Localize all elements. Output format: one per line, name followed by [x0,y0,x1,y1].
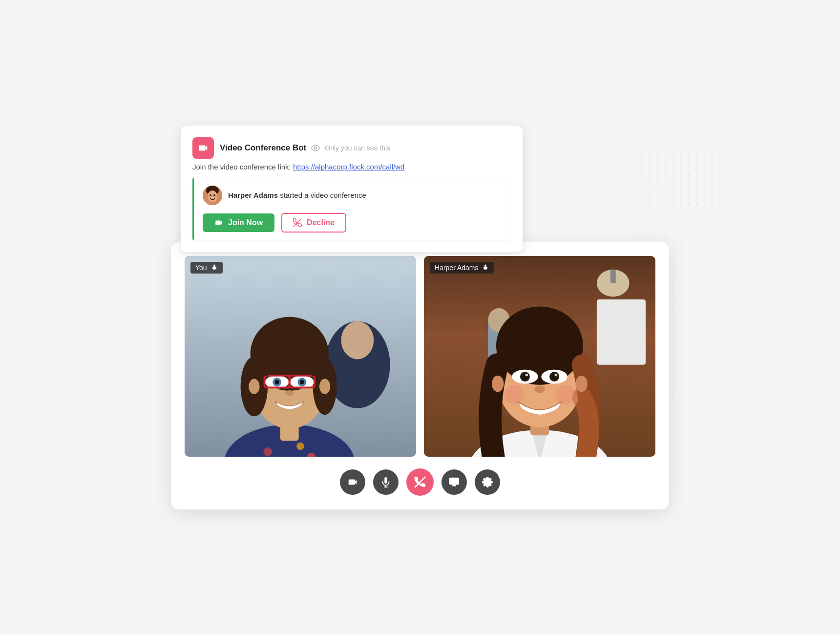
svg-point-33 [275,380,279,384]
invite-text: Harper Adams started a video conference [228,191,366,199]
screen-share-ctrl-icon [449,477,460,487]
camera-ctrl-icon [347,477,358,487]
svg-point-17 [296,442,304,450]
camera-button[interactable] [340,469,365,495]
svg-point-49 [492,375,504,391]
mic-label-icon [211,264,218,271]
svg-point-50 [575,375,587,391]
decline-button-label: Decline [307,218,335,227]
bot-title-row: Video Conference Bot Only you can see th… [220,143,390,153]
invite-action: started a video conference [280,191,366,199]
screen-share-button[interactable] [441,469,467,495]
settings-ctrl-icon [482,477,493,487]
you-label: You [190,262,223,274]
decline-button[interactable]: Decline [281,213,346,233]
decline-phone-icon [293,218,302,227]
eye-icon [311,144,320,152]
harper-label: Harper Adams [430,262,494,274]
bot-name: Video Conference Bot [220,143,306,153]
svg-point-48 [496,306,583,384]
control-bar [185,468,655,496]
video-panel: You [171,242,669,510]
mic-ctrl-icon [380,477,391,487]
avatar [203,186,222,205]
svg-rect-43 [597,299,646,365]
svg-rect-40 [610,269,616,283]
svg-point-34 [300,380,304,384]
join-now-button[interactable]: Join Now [203,213,274,232]
svg-point-24 [249,379,259,394]
svg-point-15 [263,447,272,456]
conference-link-row: Join the video conference link: https://… [192,163,509,171]
video-tile-you: You [185,256,416,457]
svg-point-5 [213,194,215,196]
settings-button[interactable] [475,469,500,495]
conference-link[interactable]: https://alphacorp.flock.com/call/wd [293,163,404,171]
svg-point-35 [285,390,294,396]
video-tile-harper: Harper Adams [424,256,655,457]
svg-point-3 [208,190,217,202]
chat-notification-card: Video Conference Bot Only you can see th… [181,126,523,252]
link-prefix: Join the video conference link: [192,163,291,171]
only-you-label: Only you can see this [325,144,390,152]
join-button-label: Join Now [228,218,263,227]
svg-point-59 [534,385,545,393]
svg-point-57 [525,374,528,377]
microphone-button[interactable] [373,469,399,495]
bot-icon [192,137,214,159]
video-camera-icon [198,143,209,153]
svg-point-12 [341,321,374,359]
main-container: Video Conference Bot Only you can see th… [151,126,689,510]
svg-point-25 [319,379,330,394]
bot-header: Video Conference Bot Only you can see th… [192,137,509,159]
you-video-content [185,256,416,457]
join-camera-icon [214,218,223,227]
dot-pattern-top-right [630,106,718,204]
svg-point-0 [315,147,317,149]
invite-actions: Join Now Decline [203,213,501,233]
harper-mic-icon [482,264,489,271]
svg-point-61 [555,384,575,404]
svg-point-60 [504,384,524,404]
invite-card: Harper Adams started a video conference … [192,178,509,240]
invite-header: Harper Adams started a video conference [203,186,501,205]
svg-point-58 [555,374,558,377]
harper-video-content [424,256,655,457]
video-grid: You [185,256,655,457]
inviter-name: Harper Adams [228,191,278,199]
end-call-button[interactable] [406,468,434,496]
end-call-icon [414,476,426,488]
svg-point-4 [210,194,211,196]
